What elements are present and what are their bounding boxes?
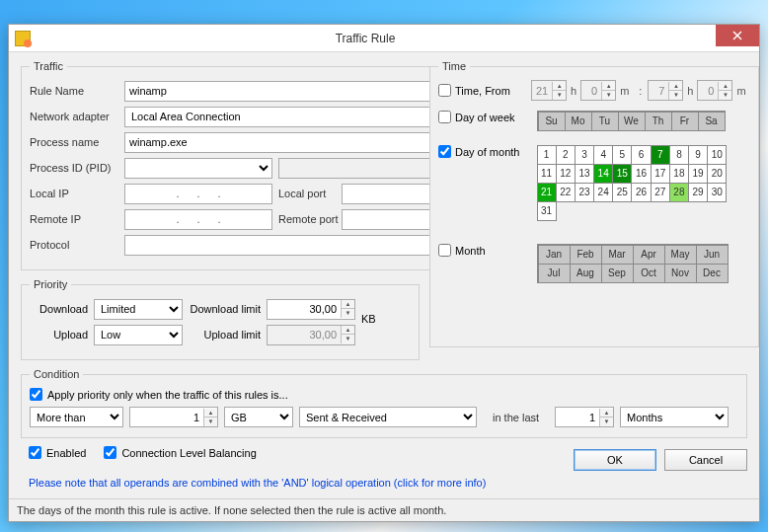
month-cell[interactable]: Jun [696, 245, 729, 265]
dom-cell[interactable]: 19 [688, 164, 708, 184]
dom-cell[interactable]: 5 [612, 145, 632, 165]
dom-cell[interactable]: 27 [651, 183, 670, 202]
dom-cell[interactable]: 24 [593, 183, 613, 202]
condition-value-spinner[interactable]: 1▲▼ [129, 407, 218, 427]
condition-legend: Condition [30, 368, 83, 380]
time-colon: : [639, 85, 642, 97]
close-button[interactable] [716, 25, 759, 46]
download-limit-spinner[interactable]: 30,00 ▲▼ [267, 299, 355, 320]
dom-cell[interactable]: 18 [669, 164, 689, 184]
month-cell[interactable]: Sep [601, 264, 634, 283]
traffic-group: Traffic Rule Name Network adapter Local … [21, 60, 497, 270]
dom-cell[interactable]: 22 [556, 183, 576, 202]
upload-label: Upload [30, 329, 94, 341]
dom-cell[interactable]: 1 [537, 145, 557, 165]
dom-cell[interactable]: 4 [593, 145, 613, 165]
month-cell[interactable]: Feb [570, 245, 602, 265]
dom-cell[interactable]: 16 [631, 164, 651, 184]
time-from-m1[interactable]: 0▲▼ [580, 80, 616, 101]
dom-cell[interactable]: 12 [556, 164, 576, 184]
cancel-button[interactable]: Cancel [664, 449, 747, 471]
dom-cell[interactable]: 3 [575, 145, 594, 165]
enabled-checkbox[interactable] [29, 446, 41, 459]
traffic-rule-dialog: Traffic Rule Traffic Rule Name Network a… [8, 24, 760, 522]
dom-cell[interactable]: 25 [612, 183, 632, 202]
dom-cell[interactable]: 29 [688, 183, 708, 202]
month-cell[interactable]: Jul [538, 264, 571, 283]
dow-checkbox[interactable] [438, 111, 451, 123]
month-cell[interactable]: Jan [538, 245, 571, 265]
dom-cell[interactable]: 9 [688, 145, 708, 165]
status-bar: The days of the month this rule is activ… [9, 498, 759, 521]
month-cell[interactable]: Mar [601, 245, 634, 265]
month-label: Month [455, 245, 486, 257]
local-ip-label: Local IP [30, 188, 124, 199]
dom-cell[interactable]: 21 [537, 183, 557, 202]
dow-cell[interactable]: Tu [591, 112, 619, 131]
dom-cell[interactable]: 17 [651, 164, 670, 184]
ok-button[interactable]: OK [574, 449, 656, 471]
dom-cell[interactable]: 31 [537, 201, 557, 221]
month-cell[interactable]: May [664, 245, 697, 265]
dow-label: Day of week [455, 112, 515, 123]
download-priority-select[interactable]: Limited [94, 299, 183, 320]
dom-cell[interactable]: 28 [669, 183, 689, 202]
dow-cell[interactable]: We [618, 112, 646, 131]
dom-cell[interactable]: 10 [707, 145, 727, 165]
remote-ip-label: Remote IP [30, 213, 124, 225]
local-ip-input[interactable]: ... [124, 184, 272, 204]
month-cell[interactable]: Aug [570, 264, 602, 283]
download-label: Download [30, 303, 94, 315]
dow-cell[interactable]: Su [538, 112, 566, 131]
dom-cell[interactable]: 30 [707, 183, 727, 202]
dom-cell[interactable]: 11 [537, 164, 557, 184]
dom-cell[interactable]: 15 [612, 164, 632, 184]
dom-cell[interactable]: 2 [556, 145, 576, 165]
remote-ip-input[interactable]: ... [124, 209, 272, 230]
enabled-label: Enabled [46, 447, 86, 459]
dom-cell[interactable]: 23 [575, 183, 594, 202]
time-to-h2[interactable]: 7▲▼ [648, 80, 683, 101]
pid-select[interactable] [124, 158, 272, 179]
rule-name-label: Rule Name [30, 85, 124, 97]
dow-cell[interactable]: Th [645, 112, 672, 131]
dom-cell[interactable]: 6 [631, 145, 651, 165]
month-cell[interactable]: Apr [633, 245, 665, 265]
month-cell[interactable]: Dec [696, 264, 729, 283]
time-from-h1[interactable]: 21▲▼ [531, 80, 567, 101]
upload-limit-label: Upload limit [183, 329, 267, 341]
dom-cell[interactable]: 13 [575, 164, 594, 184]
dow-cell[interactable]: Fr [671, 112, 699, 131]
clb-label: Connection Level Balancing [121, 447, 256, 459]
upload-priority-select[interactable]: Low [94, 325, 183, 345]
clb-checkbox[interactable] [104, 446, 116, 459]
time-from-checkbox[interactable] [438, 84, 451, 97]
condition-group: Condition Apply priority only when the t… [21, 368, 747, 438]
month-cell[interactable]: Oct [633, 264, 665, 283]
note-link[interactable]: Please note that all operands are combin… [29, 477, 747, 489]
dom-cell[interactable]: 26 [631, 183, 651, 202]
dom-cell[interactable]: 8 [669, 145, 689, 165]
app-icon [15, 31, 31, 46]
apply-priority-checkbox[interactable] [30, 388, 42, 401]
network-adapter-label: Network adapter [30, 111, 124, 122]
time-to-m2[interactable]: 0▲▼ [697, 80, 732, 101]
dow-cell[interactable]: Mo [565, 112, 592, 131]
month-checkbox[interactable] [438, 244, 451, 257]
dom-checkbox[interactable] [438, 145, 451, 158]
dow-cell[interactable]: Sa [698, 112, 726, 131]
dom-cell[interactable]: 20 [707, 164, 727, 184]
condition-op-select[interactable]: More than [30, 407, 123, 427]
month-cell[interactable]: Nov [664, 264, 697, 283]
m-unit2: m [736, 85, 745, 97]
dom-cell[interactable]: 14 [593, 164, 613, 184]
condition-direction-select[interactable]: Sent & Received [299, 407, 477, 427]
titlebar: Traffic Rule [9, 25, 759, 52]
dom-cell[interactable]: 7 [651, 145, 670, 165]
upload-limit-spinner[interactable]: 30,00 ▲▼ [267, 325, 355, 345]
condition-period-unit-select[interactable]: Months [620, 407, 729, 427]
h-unit: h [571, 85, 576, 97]
remote-port-label: Remote port [272, 213, 342, 225]
condition-unit-select[interactable]: GB [224, 407, 293, 427]
condition-period-spinner[interactable]: 1▲▼ [555, 407, 614, 427]
